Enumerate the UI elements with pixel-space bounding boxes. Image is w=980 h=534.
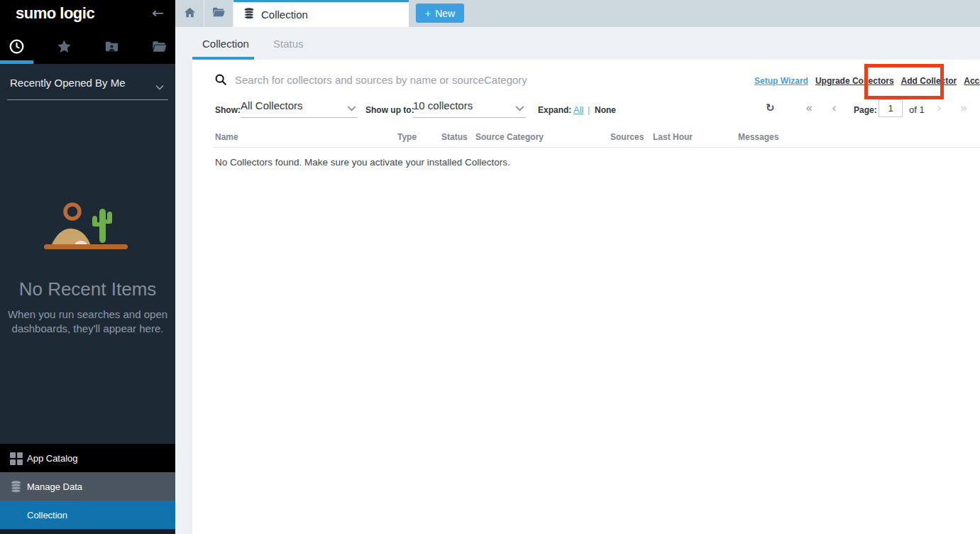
home-icon [183, 6, 197, 22]
column-header-status: Status [441, 132, 468, 142]
desert-illustration [38, 200, 138, 257]
next-page-button[interactable]: › [937, 101, 942, 115]
table-header-divider [214, 147, 980, 148]
new-button[interactable]: + New [416, 4, 464, 23]
page-number-input[interactable] [879, 99, 903, 117]
search-input[interactable] [235, 72, 703, 87]
chevron-down-icon [347, 105, 356, 111]
expand-label: Expand: [538, 105, 571, 115]
app-catalog-grid-icon [10, 452, 22, 464]
tab-strip: Collection + New [175, 0, 980, 27]
subtab-collection[interactable]: Collection [202, 38, 249, 50]
search-icon [214, 73, 227, 89]
sidebar-header: sumo logic ← [0, 0, 175, 64]
show-up-to-select-value: 10 collectors [413, 99, 473, 111]
folder-icon [211, 5, 226, 22]
sidebar-item-label: Manage Data [27, 481, 82, 492]
sidebar-item-manage-data[interactable]: Manage Data [0, 472, 175, 501]
show-up-to-label: Show up to: [365, 105, 414, 115]
new-button-label: New [435, 8, 455, 19]
collection-panel: Setup Wizard Upgrade Collectors Add Coll… [192, 60, 980, 534]
show-select[interactable]: All Collectors [241, 99, 358, 118]
expand-none-link[interactable]: None [595, 105, 616, 115]
subtab-status[interactable]: Status [273, 38, 304, 50]
database-icon [243, 8, 255, 22]
home-tab-button[interactable] [175, 0, 204, 27]
library-folder-icon[interactable] [150, 38, 167, 55]
empty-state-title: No Recent Items [0, 278, 175, 300]
sidebar-empty-state: No Recent Items When you run searches an… [0, 200, 175, 335]
prev-page-button[interactable]: ‹ [832, 101, 837, 115]
add-collector-link[interactable]: Add Collector [901, 76, 957, 86]
setup-wizard-link[interactable]: Setup Wizard [754, 76, 808, 86]
refresh-icon[interactable]: ↻ [766, 102, 775, 114]
sidebar-item-label: Collection [27, 510, 67, 521]
collector-links: Setup Wizard Upgrade Collectors Add Coll… [754, 76, 980, 86]
page-label: Page: [854, 105, 877, 115]
recent-clock-icon[interactable] [8, 38, 25, 55]
page-total: of 1 [909, 104, 925, 115]
sidebar: sumo logic ← Recently Opened By Me [0, 0, 175, 534]
favorites-star-icon[interactable] [55, 38, 72, 55]
column-header-type: Type [397, 132, 417, 142]
column-header-messages: Messages [738, 132, 778, 142]
tab-label: Collection [261, 9, 308, 21]
main-area: Collection + New Collection Status Setup… [175, 0, 980, 534]
last-page-button[interactable]: » [960, 101, 967, 115]
chevron-down-icon [515, 105, 524, 111]
first-page-button[interactable]: « [805, 101, 813, 115]
subtab-bar: Collection Status [175, 27, 980, 60]
shared-library-icon[interactable] [103, 38, 120, 55]
empty-state-subtitle: When you run searches and open dashboard… [6, 307, 170, 335]
plus-icon: + [425, 8, 431, 19]
recent-filter-label: Recently Opened By Me [10, 77, 126, 89]
library-tab-button[interactable] [204, 0, 233, 27]
upgrade-collectors-link[interactable]: Upgrade Collectors [815, 76, 894, 86]
sidebar-item-collection[interactable]: Collection [0, 501, 175, 529]
collapse-sidebar-icon[interactable]: ← [152, 4, 164, 21]
sidebar-item-label: App Catalog [27, 453, 78, 464]
column-header-last-hour: Last Hour [653, 132, 693, 142]
recent-filter-dropdown[interactable]: Recently Opened By Me [7, 74, 168, 100]
show-select-value: All Collectors [241, 99, 303, 111]
chevron-down-icon [155, 80, 164, 93]
show-label: Show: [215, 105, 241, 115]
database-icon [10, 481, 22, 493]
sidebar-item-app-catalog[interactable]: App Catalog [0, 444, 175, 472]
no-collectors-message: No Collectors found. Make sure you activ… [215, 157, 510, 168]
column-header-source-category: Source Category [475, 132, 544, 142]
sumo-logic-logo: sumo logic [16, 4, 94, 23]
sidebar-bottom-strip [0, 529, 175, 534]
active-nav-indicator [0, 60, 33, 64]
tab-collection[interactable]: Collection [233, 0, 409, 27]
access-keys-link[interactable]: Access Keys [964, 76, 980, 86]
expand-all-link[interactable]: All [573, 104, 583, 115]
column-header-name: Name [215, 132, 238, 142]
expand-divider: | [588, 104, 590, 115]
show-up-to-select[interactable]: 10 collectors [413, 99, 526, 118]
column-header-sources: Sources [610, 132, 644, 142]
